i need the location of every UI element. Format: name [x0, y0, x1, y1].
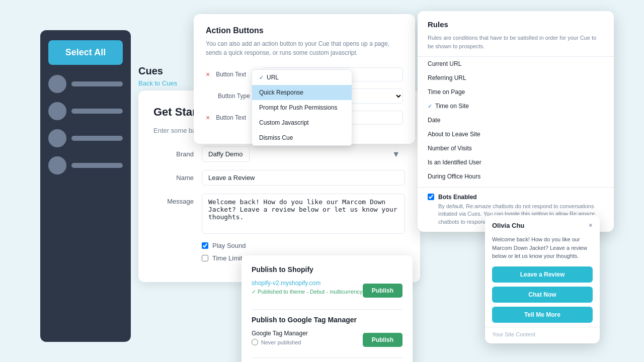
button-type-dropdown: ✓ URL Quick Response Prompt for Push Per…: [252, 69, 352, 146]
name-label: Name: [153, 170, 194, 182]
rule-label: Date: [428, 117, 440, 124]
publish-status: ✓ Published to theme - Debut - multicurr…: [252, 289, 363, 295]
name-input[interactable]: [202, 170, 405, 186]
rule-label: Number of Visits: [428, 145, 472, 152]
chat-header: Olivia Chu ×: [485, 215, 600, 235]
rules-panel: Rules Rules are conditions that have to …: [418, 11, 614, 232]
play-sound-label: Play Sound: [212, 242, 246, 249]
check-icon: ✓: [259, 74, 264, 81]
rule-label: Current URL: [428, 60, 461, 67]
dropdown-item-custom-js[interactable]: Custom Javascript: [252, 115, 352, 130]
sidebar-line: [71, 136, 123, 141]
bots-enabled-checkbox[interactable]: [428, 194, 434, 200]
chat-leave-review-button[interactable]: Leave a Review: [492, 266, 593, 283]
publish-shopify-info: shopify-v2.myshopify.com ✓ Published to …: [252, 280, 363, 301]
chat-chat-now-button[interactable]: Chat Now: [492, 287, 593, 303]
brand-select-wrapper[interactable]: Daffy Demo ▼: [202, 146, 405, 162]
publish-gtm-row: Google Tag Manager Never published Publi…: [252, 330, 403, 349]
rule-label: About to Leave Site: [428, 131, 480, 138]
back-to-cues-link[interactable]: Back to Cues: [138, 79, 177, 87]
remove-button1-btn[interactable]: ×: [206, 70, 210, 78]
cues-title: Cues: [138, 65, 163, 77]
sidebar-line: [71, 81, 123, 86]
sidebar-line: [71, 163, 123, 168]
rule-time-on-page[interactable]: Time on Page: [418, 85, 614, 99]
action-buttons-title: Action Buttons: [206, 26, 403, 35]
brand-label: Brand: [153, 146, 194, 158]
publish-gtm-button[interactable]: Publish: [363, 333, 403, 347]
dropdown-label: Dismiss Cue: [259, 134, 293, 141]
play-sound-row: Play Sound: [153, 242, 405, 249]
publish-shopify-button[interactable]: Publish: [363, 284, 403, 298]
publish-gtm-info: Google Tag Manager Never published: [252, 330, 308, 349]
rule-identified-user[interactable]: Is an Identified User: [418, 155, 614, 169]
chevron-down-icon: ▼: [392, 150, 400, 159]
divider2: [252, 357, 403, 358]
rule-number-visits[interactable]: Number of Visits: [418, 141, 614, 155]
chat-close-button[interactable]: ×: [589, 221, 593, 229]
dropdown-item-push-permissions[interactable]: Prompt for Push Permissions: [252, 100, 352, 115]
dropdown-label: Quick Response: [259, 89, 303, 96]
button-text-label1: Button Text: [216, 71, 256, 78]
rule-label: During Office Hours: [428, 173, 480, 180]
name-row: Name: [153, 170, 405, 186]
sidebar-line: [71, 109, 123, 114]
rule-referring-url[interactable]: Referring URL: [418, 71, 614, 85]
publish-modal: Publish to Shopify shopify-v2.myshopify.…: [242, 255, 413, 362]
chat-contact-name: Olivia Chu: [492, 222, 524, 229]
avatar: [48, 102, 66, 120]
action-buttons-subtitle: You can also add an action button to you…: [206, 39, 403, 57]
message-row: Message Welcome back! How do you like ou…: [153, 194, 405, 234]
avatar: [48, 129, 66, 147]
dropdown-label: URL: [267, 74, 279, 81]
rule-date[interactable]: Date: [418, 113, 614, 127]
time-limited-checkbox[interactable]: [202, 255, 208, 261]
rule-label: Referring URL: [428, 74, 466, 81]
dropdown-item-quick-response[interactable]: Quick Response: [252, 85, 352, 100]
rule-current-url[interactable]: Current URL: [418, 57, 614, 71]
gtm-status: Never published: [252, 339, 308, 345]
rule-label: Time on Site: [435, 103, 469, 110]
brand-select[interactable]: Daffy Demo: [202, 146, 250, 162]
gtm-radio[interactable]: [252, 339, 258, 345]
select-all-button[interactable]: Select All: [48, 40, 123, 65]
list-item: [48, 129, 123, 147]
rules-subtitle: Rules are conditions that have to be sat…: [418, 34, 614, 56]
divider: [252, 309, 403, 310]
list-item: [48, 102, 123, 120]
sidebar: Select All: [40, 30, 131, 342]
button-text-label2: Button Text: [216, 114, 256, 121]
rule-office-hours[interactable]: During Office Hours: [418, 169, 614, 184]
dropdown-item-url[interactable]: ✓ URL: [252, 70, 352, 85]
publish-gtm-title: Publish to Google Tag Manager: [252, 316, 403, 324]
publish-shopify-title: Publish to Shopify: [252, 265, 403, 274]
rules-list: Current URL Referring URL Time on Page ✓…: [418, 56, 614, 187]
check-icon: ✓: [428, 103, 432, 110]
chat-message-text: Welcome back! How do you like our Marcom…: [485, 235, 600, 266]
list-item: [48, 156, 123, 174]
shopify-url[interactable]: shopify-v2.myshopify.com: [252, 280, 363, 287]
chat-site-content: Your Site Content: [485, 327, 600, 343]
rule-about-to-leave[interactable]: About to Leave Site: [418, 127, 614, 141]
publish-shopify-row: shopify-v2.myshopify.com ✓ Published to …: [252, 280, 403, 301]
dropdown-label: Prompt for Push Permissions: [259, 104, 337, 111]
dropdown-item-dismiss[interactable]: Dismiss Cue: [252, 130, 352, 145]
rule-label: Is an Identified User: [428, 159, 481, 166]
rule-device-type[interactable]: Device Type: [418, 184, 614, 187]
rule-time-on-site[interactable]: ✓ Time on Site: [418, 99, 614, 113]
list-item: [48, 75, 123, 93]
dropdown-label: Custom Javascript: [259, 119, 309, 126]
play-sound-checkbox[interactable]: [202, 242, 208, 249]
remove-button2-btn[interactable]: ×: [206, 114, 210, 122]
gtm-label: Google Tag Manager: [252, 330, 308, 337]
message-label: Message: [153, 194, 194, 205]
chat-preview-widget: Olivia Chu × Welcome back! How do you li…: [485, 215, 600, 343]
chat-tell-me-more-button[interactable]: Tell Me More: [492, 307, 593, 323]
rule-label: Time on Page: [428, 88, 465, 96]
bots-enabled-label: Bots Enabled: [438, 194, 604, 201]
brand-row: Brand Daffy Demo ▼: [153, 146, 405, 162]
avatar: [48, 156, 66, 174]
message-textarea[interactable]: Welcome back! How do you like our Marcom…: [202, 194, 405, 234]
rules-title: Rules: [418, 11, 614, 34]
avatar: [48, 75, 66, 93]
